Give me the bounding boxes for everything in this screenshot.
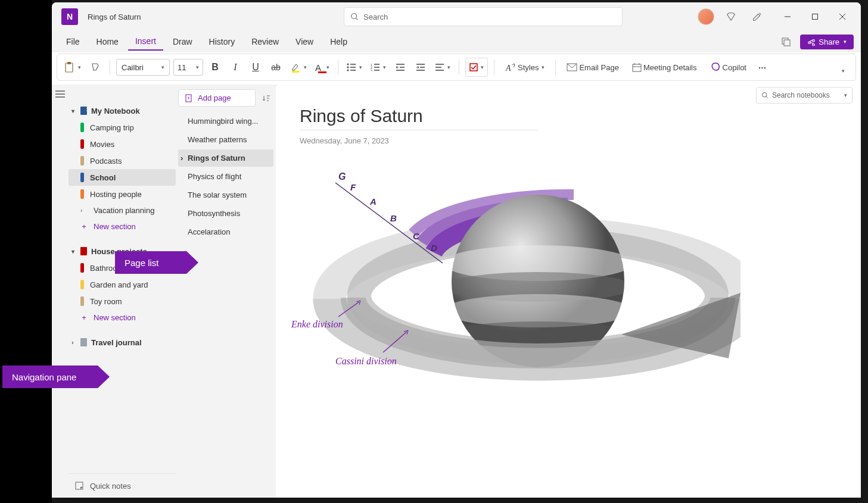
font-color-button[interactable]: A▾ [313, 58, 332, 77]
menu-view[interactable]: View [288, 33, 321, 50]
svg-rect-8 [66, 63, 73, 72]
section-label: Toy room [90, 297, 122, 306]
page-list: + Add page Hummingbird wing... Weather p… [176, 85, 276, 498]
menubar: File Home Insert Draw History Review Vie… [52, 31, 861, 52]
open-in-new-window-icon[interactable] [776, 32, 795, 51]
svg-point-16 [347, 70, 349, 71]
tag-button[interactable]: ▾ [465, 58, 488, 77]
svg-text:B: B [390, 213, 397, 223]
menu-history[interactable]: History [202, 33, 242, 50]
highlight-button[interactable]: ▾ [288, 58, 309, 77]
font-family-select[interactable]: Cailbri▾ [116, 59, 170, 76]
section-item[interactable]: Camping trip [69, 119, 176, 136]
svg-text:D: D [431, 243, 437, 253]
page-item[interactable]: The solar system [178, 186, 273, 204]
format-painter-button[interactable] [87, 58, 104, 77]
add-page-label: Add page [198, 93, 231, 102]
menu-draw[interactable]: Draw [166, 33, 200, 50]
align-button[interactable]: ▾ [433, 58, 453, 77]
search-input[interactable]: Search [344, 7, 623, 26]
menu-review[interactable]: Review [244, 33, 286, 50]
section-color-swatch [80, 280, 84, 289]
menu-insert[interactable]: Insert [128, 33, 163, 51]
search-notebooks-input[interactable]: Search notebooks ▾ [756, 87, 853, 104]
page-item[interactable]: Rings of Saturn [178, 149, 273, 167]
font-family-value: Cailbri [122, 63, 144, 72]
svg-rect-49 [80, 338, 87, 346]
page-item[interactable]: Accelaration [178, 223, 273, 240]
page-item[interactable]: Physics of flight [178, 168, 273, 185]
section-item[interactable]: Movies [69, 136, 176, 152]
plus-icon: + [80, 313, 88, 322]
section-item[interactable]: Toy room [69, 293, 176, 310]
avatar[interactable] [698, 8, 714, 25]
quick-notes-button[interactable]: Quick notes [69, 473, 176, 498]
menu-home[interactable]: Home [89, 33, 126, 50]
section-item[interactable]: School [69, 169, 176, 186]
add-page-button[interactable]: + Add page [178, 89, 256, 107]
section-group-item[interactable]: ›Vacation planning [69, 202, 176, 218]
notebook-header[interactable]: › Travel journal [69, 334, 176, 351]
styles-button[interactable]: AStyles▾ [500, 58, 549, 77]
close-button[interactable] [829, 7, 856, 26]
page-date: Wednesday, June 7, 2023 [300, 136, 837, 145]
page-title[interactable]: Rings of Saturn [300, 106, 538, 130]
page-item[interactable]: Photosynthesis [178, 205, 273, 222]
styles-label: Styles [518, 63, 539, 72]
bold-button[interactable]: B [207, 58, 223, 77]
new-section-button[interactable]: +New section [69, 310, 176, 326]
share-icon [807, 38, 816, 46]
more-button[interactable]: ⋯ [755, 58, 771, 77]
strikethrough-button[interactable]: ab [267, 58, 284, 77]
meeting-details-button[interactable]: Meeting Details [627, 58, 702, 77]
sort-pages-button[interactable] [259, 90, 273, 107]
page-item[interactable]: Weather patterns [178, 131, 273, 148]
section-item[interactable]: Podcasts [69, 152, 176, 169]
outdent-button[interactable] [392, 58, 409, 77]
page-canvas[interactable]: Rings of Saturn Wednesday, June 7, 2023 [276, 85, 861, 498]
indent-button[interactable] [412, 58, 429, 77]
chevron-down-icon: ▾ [481, 64, 484, 70]
menu-help[interactable]: Help [323, 33, 354, 50]
coming-soon-icon[interactable] [748, 7, 767, 26]
hamburger-button[interactable] [52, 85, 69, 498]
chevron-down-icon: ▾ [326, 64, 329, 70]
email-page-button[interactable]: Email Page [562, 58, 623, 77]
share-label: Share [819, 38, 839, 46]
minimize-button[interactable] [774, 7, 801, 26]
bullets-button[interactable]: ▾ [344, 58, 365, 77]
ribbon-expand-chevron[interactable]: ▾ [834, 61, 851, 80]
svg-rect-36 [633, 64, 641, 71]
saturn-illustration: G F A B C D Enke division Cassini divisi… [288, 162, 741, 430]
underline-button[interactable]: U [247, 58, 264, 77]
share-button[interactable]: Share ▾ [800, 35, 854, 49]
page-item[interactable]: Hummingbird wing... [178, 113, 273, 130]
svg-text:F: F [350, 182, 356, 192]
section-item[interactable]: Hosting people [69, 186, 176, 202]
svg-rect-9 [67, 62, 71, 64]
numbering-button[interactable]: 123▾ [368, 58, 388, 77]
svg-rect-47 [86, 110, 88, 111]
premium-diamond-icon[interactable] [721, 7, 741, 26]
italic-button[interactable]: I [227, 58, 244, 77]
chevron-down-icon: ▾ [844, 92, 847, 98]
chevron-down-icon: ▾ [447, 64, 450, 70]
paste-button[interactable]: ▾ [62, 58, 83, 77]
svg-rect-3 [813, 14, 818, 20]
new-section-button[interactable]: +New section [69, 218, 176, 235]
chevron-down-icon: ▾ [69, 108, 77, 114]
section-item[interactable]: Garden and yard [69, 276, 176, 293]
section-color-swatch [80, 296, 84, 306]
menu-file[interactable]: File [59, 33, 87, 50]
copilot-button[interactable]: Copilot [705, 58, 751, 77]
plus-icon: + [80, 222, 88, 231]
note-icon [74, 481, 84, 490]
svg-rect-7 [784, 40, 790, 46]
search-placeholder: Search [363, 13, 388, 21]
notebook-header[interactable]: ▾ My Notebook [69, 102, 176, 119]
notebook-name: My Notebook [91, 107, 140, 115]
maximize-button[interactable] [801, 7, 829, 26]
font-size-select[interactable]: 11▾ [173, 59, 203, 76]
section-color-swatch [80, 156, 84, 165]
onenote-window: N Rings of Saturn Search File Home Inser… [52, 2, 861, 498]
